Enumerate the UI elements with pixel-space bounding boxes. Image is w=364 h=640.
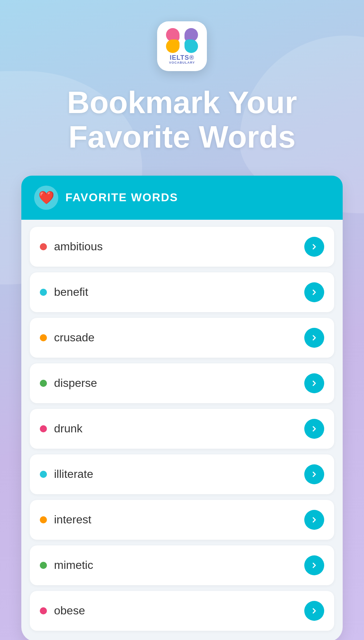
word-left: crusade — [40, 331, 95, 344]
word-left: obese — [40, 604, 85, 617]
favorite-title: FAVORITE WORDS — [65, 191, 178, 204]
favorite-header: ❤️ FAVORITE WORDS — [21, 176, 343, 220]
list-item[interactable]: drunk — [30, 409, 334, 449]
heading-line1: Bookmark Your — [67, 85, 297, 120]
word-dot — [40, 607, 47, 614]
word-dot — [40, 471, 47, 478]
word-left: drunk — [40, 422, 82, 435]
word-chevron-button[interactable] — [304, 328, 324, 348]
app-icon: IELTS® VOCABULARY — [157, 21, 207, 71]
list-item[interactable]: crusade — [30, 318, 334, 358]
word-chevron-button[interactable] — [304, 464, 324, 484]
list-item[interactable]: illiterate — [30, 454, 334, 494]
chevron-right-icon — [310, 288, 318, 297]
list-item[interactable]: obese — [30, 591, 334, 631]
main-card: ❤️ FAVORITE WORDS ambitious benefit — [21, 176, 343, 640]
word-dot — [40, 334, 47, 341]
word-left: disperse — [40, 377, 97, 390]
word-list: ambitious benefit crusade — [21, 227, 343, 631]
word-dot — [40, 516, 47, 523]
icon-ielts-label: IELTS® — [170, 54, 194, 61]
word-chevron-button[interactable] — [304, 419, 324, 439]
word-text: disperse — [54, 377, 97, 390]
word-left: benefit — [40, 286, 88, 299]
word-text: interest — [54, 513, 91, 526]
word-chevron-button[interactable] — [304, 282, 324, 302]
word-chevron-button[interactable] — [304, 373, 324, 393]
word-left: illiterate — [40, 468, 93, 481]
chevron-right-icon — [310, 334, 318, 342]
chevron-right-icon — [310, 425, 318, 433]
word-left: ambitious — [40, 240, 103, 253]
heading-line2: Favorite Words — [69, 119, 296, 154]
chevron-right-icon — [310, 516, 318, 524]
word-text: mimetic — [54, 559, 93, 572]
chevron-right-icon — [310, 242, 318, 251]
heart-icon: ❤️ — [38, 190, 54, 205]
main-heading: Bookmark Your Favorite Words — [21, 85, 343, 154]
word-left: mimetic — [40, 559, 93, 572]
chevron-right-icon — [310, 561, 318, 570]
word-text: obese — [54, 604, 85, 617]
list-item[interactable]: interest — [30, 500, 334, 540]
word-dot — [40, 562, 47, 569]
word-text: ambitious — [54, 240, 103, 253]
list-item[interactable]: benefit — [30, 272, 334, 312]
blob-yellow — [166, 39, 180, 53]
list-item[interactable]: mimetic — [30, 545, 334, 585]
app-icon-area: IELTS® VOCABULARY — [0, 0, 364, 71]
chevron-right-icon — [310, 379, 318, 388]
list-item[interactable]: disperse — [30, 363, 334, 403]
word-text: illiterate — [54, 468, 93, 481]
word-dot — [40, 425, 47, 432]
chevron-right-icon — [310, 607, 318, 615]
word-text: benefit — [54, 286, 88, 299]
word-dot — [40, 380, 47, 387]
word-dot — [40, 289, 47, 296]
icon-vocab-label: VOCABULARY — [169, 61, 195, 64]
chevron-right-icon — [310, 470, 318, 479]
icon-blobs — [166, 28, 198, 53]
blob-teal — [184, 39, 198, 53]
word-dot — [40, 243, 47, 250]
word-text: drunk — [54, 422, 82, 435]
word-chevron-button[interactable] — [304, 510, 324, 530]
heading-area: Bookmark Your Favorite Words — [0, 71, 364, 176]
word-text: crusade — [54, 331, 95, 344]
word-left: interest — [40, 513, 91, 526]
word-chevron-button[interactable] — [304, 555, 324, 575]
heart-icon-container: ❤️ — [34, 186, 58, 210]
word-chevron-button[interactable] — [304, 237, 324, 257]
word-chevron-button[interactable] — [304, 601, 324, 621]
list-item[interactable]: ambitious — [30, 227, 334, 267]
